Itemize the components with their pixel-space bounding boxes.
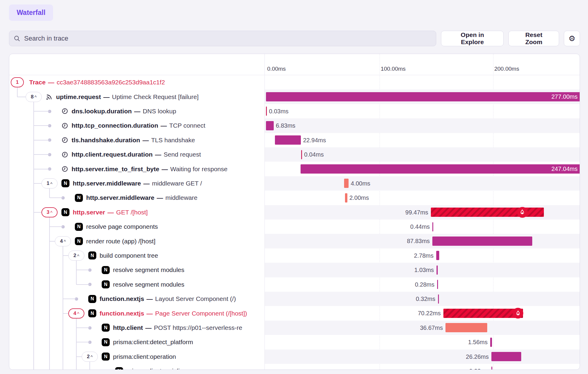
chevron-up-icon: ^ [35, 95, 37, 100]
waterfall-row[interactable]: 2.78ms [265, 248, 580, 263]
tree-row[interactable]: Nprisma:client:operation [9, 350, 264, 364]
span-name: function.nextjs [100, 295, 144, 302]
duration-bar[interactable] [491, 367, 492, 370]
span-description: Page Server Component (/[host]) [155, 310, 247, 317]
expand-pill[interactable]: 2^ [68, 251, 84, 261]
waterfall-row[interactable] [265, 75, 580, 89]
span-description: cc3ae3748883563a926c253d9aa1c1f2 [57, 79, 165, 86]
waterfall-row[interactable]: 247.04ms [265, 162, 580, 176]
nextjs-icon: N [102, 280, 110, 288]
duration-label: 22.94ms [303, 133, 326, 147]
waterfall-row[interactable]: 1.03ms [265, 263, 580, 277]
search-bar[interactable] [9, 31, 436, 46]
duration-label: 70.22ms [418, 306, 441, 320]
tab-waterfall[interactable]: Waterfall [9, 4, 53, 21]
waterfall-row[interactable]: 0.04ms [265, 147, 580, 162]
tree-row[interactable]: Trace—cc3ae3748883563a926c253d9aa1c1f2 [9, 75, 264, 89]
nextjs-icon: N [75, 237, 83, 245]
duration-bar[interactable] [437, 265, 438, 275]
waterfall-row[interactable]: 26.26ms [265, 350, 580, 364]
waterfall-row[interactable]: 2.00ms [265, 191, 580, 205]
tree-row[interactable]: tls.handshake.duration—TLS handshake [9, 133, 264, 147]
span-name: prisma:client:operation [113, 353, 176, 360]
tree-row[interactable]: Nprisma:client:serialize [9, 364, 264, 370]
expand-pill[interactable]: 1^ [41, 178, 58, 188]
settings-button[interactable]: ⚙ [564, 31, 580, 46]
span-name: http.server [73, 209, 105, 216]
duration-bar[interactable] [490, 338, 492, 347]
tree-row[interactable]: http.tcp_connection.duration—TCP connect [9, 118, 264, 133]
chevron-up-icon: ^ [91, 354, 93, 359]
duration-bar[interactable] [443, 309, 523, 318]
duration-bar[interactable] [345, 193, 347, 203]
duration-bar[interactable] [436, 251, 440, 260]
tree-row[interactable]: http.client.request.duration—Send reques… [9, 147, 264, 162]
waterfall-row[interactable]: 0.32ms [265, 292, 580, 306]
tree-row[interactable]: Nrender route (app) /[host] [9, 234, 264, 248]
nextjs-icon: N [88, 251, 96, 259]
tree-row[interactable]: Nresolve segment modules [9, 277, 264, 292]
span-dash: — [145, 324, 151, 331]
duration-bar[interactable] [266, 121, 274, 130]
waterfall-row[interactable]: 0.28ms [265, 277, 580, 292]
expand-pill[interactable]: 8^ [26, 92, 42, 102]
expand-pill[interactable]: 4^ [55, 236, 71, 246]
duration-bar[interactable] [438, 294, 439, 304]
span-name: build component tree [100, 252, 158, 259]
tree-row[interactable]: http.server.time_to_first_byte—Waiting f… [9, 162, 264, 176]
tree-row[interactable]: Nhttp.client—POST https://p01--serverles… [9, 321, 264, 335]
duration-bar[interactable] [301, 150, 302, 159]
tree-row[interactable]: Nfunction.nextjs—Layout Server Component… [9, 292, 264, 306]
span-description: middleware GET / [152, 180, 202, 187]
tree-rows: 18^1^3^4^2^4^2^ Trace—cc3ae3748883563a92… [9, 75, 264, 370]
tree-row[interactable]: Nprisma:client:detect_platform [9, 335, 264, 349]
expand-pill[interactable]: 4^ [68, 308, 84, 319]
waterfall-row[interactable]: 36.67ms [265, 321, 580, 335]
tree-row[interactable]: Nresolve page components [9, 220, 264, 234]
tree-row[interactable]: Nfunction.nextjs—Page Server Component (… [9, 306, 264, 320]
waterfall-row[interactable]: 0.44ms [265, 220, 580, 234]
span-description: Send request [164, 151, 201, 158]
duration-bar[interactable] [275, 135, 301, 145]
waterfall-row[interactable]: 22.94ms [265, 133, 580, 147]
waterfall-row[interactable]: 277.00ms [265, 89, 580, 104]
duration-label: 26.26ms [466, 350, 489, 364]
tree-row[interactable]: dns.lookup.duration—DNS lookup [9, 104, 264, 118]
waterfall-row[interactable]: 70.22ms [265, 306, 580, 320]
duration-bar[interactable] [432, 237, 532, 246]
expand-pill[interactable]: 3^ [41, 207, 58, 217]
expand-pill[interactable]: 1 [11, 77, 24, 87]
waterfall-row[interactable]: 0.23ms [265, 364, 580, 370]
open-in-explore-button[interactable]: Open in Explore [441, 31, 504, 46]
nextjs-icon: N [88, 295, 96, 303]
duration-bar[interactable] [437, 280, 438, 289]
reset-zoom-button[interactable]: Reset Zoom [508, 31, 559, 46]
waterfall-row[interactable]: 4.00ms [265, 176, 580, 191]
span-name: resolve page components [86, 223, 158, 230]
duration-bar[interactable] [266, 106, 267, 116]
tree-row[interactable]: Nhttp.server.middleware—middleware [9, 191, 264, 205]
duration-bar[interactable] [445, 323, 487, 332]
span-description: DNS lookup [143, 108, 176, 115]
toolbar: Open in Explore Reset Zoom ⚙ [9, 31, 580, 46]
waterfall-row[interactable]: 87.83ms [265, 234, 580, 248]
waterfall-row[interactable]: 1.56ms [265, 335, 580, 349]
tree-row[interactable]: Nresolve segment modules [9, 263, 264, 277]
span-dash: — [48, 79, 54, 86]
duration-bar[interactable] [491, 352, 521, 361]
span-dash: — [143, 137, 149, 144]
expand-pill[interactable]: 2^ [82, 352, 98, 362]
clock-icon [61, 108, 68, 115]
span-name: http.client.request.duration [72, 151, 153, 158]
tree-header [9, 54, 264, 75]
tree-row[interactable]: Nbuild component tree [9, 248, 264, 263]
duration-bar[interactable] [432, 222, 433, 231]
waterfall-row[interactable]: 99.47ms [265, 205, 580, 220]
waterfall-row[interactable]: 6.83ms [265, 118, 580, 133]
waterfall-row[interactable]: 0.03ms [265, 104, 580, 118]
duration-label: 0.28ms [415, 277, 434, 292]
span-name: Trace [29, 79, 46, 86]
tree-row[interactable]: uptime.request—Uptime Check Request [fai… [9, 89, 264, 104]
search-input[interactable] [24, 34, 432, 43]
duration-bar[interactable] [344, 179, 349, 188]
